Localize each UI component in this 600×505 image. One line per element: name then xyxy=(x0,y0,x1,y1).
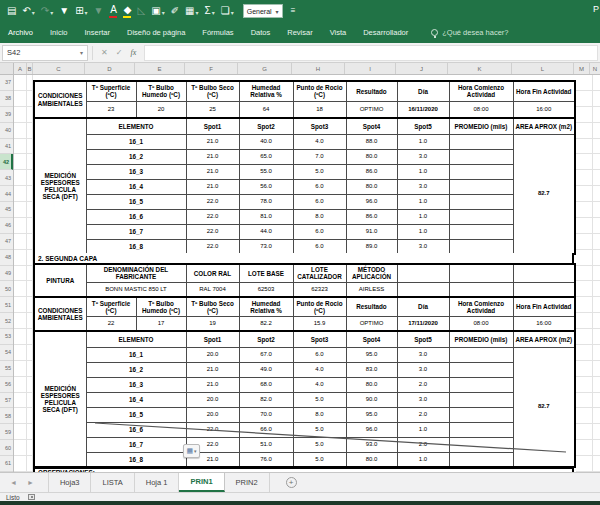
row-header[interactable]: 41 xyxy=(0,139,13,155)
column-header-l[interactable]: L xyxy=(512,63,574,74)
column-header-k[interactable]: K xyxy=(448,63,512,74)
promedio-cell[interactable] xyxy=(449,209,513,224)
spot-cell[interactable]: 21.0 xyxy=(186,164,239,179)
spot-cell[interactable]: 91.0 xyxy=(346,224,397,239)
spot-cell[interactable]: 80.0 xyxy=(346,377,397,392)
name-box-caret-icon[interactable]: ▾ xyxy=(80,49,83,56)
insert-function-icon[interactable]: fx xyxy=(130,48,136,57)
condition-value-cell[interactable]: 17 xyxy=(136,316,186,331)
row-header[interactable]: 56 xyxy=(0,377,13,393)
spot-cell[interactable]: 95.0 xyxy=(346,347,397,362)
promedio-cell[interactable] xyxy=(449,452,513,467)
header-cell[interactable]: Spot5 xyxy=(397,331,449,347)
spot-cell[interactable]: 5.0 xyxy=(293,422,346,437)
condition-value-cell[interactable]: 16:00 xyxy=(513,316,575,331)
paste-caret-icon[interactable]: ▾ xyxy=(162,10,165,16)
dft-label[interactable]: MEDICIÓN ESPESORES PELICULA SECA (DFT) xyxy=(34,331,86,467)
promedio-cell[interactable] xyxy=(449,437,513,452)
spot-cell[interactable]: 21.0 xyxy=(186,179,239,194)
promedio-cell[interactable] xyxy=(449,194,513,209)
spot-cell[interactable]: 93.0 xyxy=(346,437,397,452)
spot-cell[interactable]: 51.0 xyxy=(239,437,293,452)
element-cell[interactable]: 16_4 xyxy=(86,179,186,194)
header-cell[interactable]: Día xyxy=(397,297,449,316)
name-box[interactable]: S42▾ xyxy=(2,45,88,61)
spot-cell[interactable]: 73.0 xyxy=(239,239,293,254)
header-cell[interactable]: LOTE CATALIZADOR xyxy=(293,264,346,282)
column-header-d[interactable]: D xyxy=(85,63,135,74)
eraser-icon[interactable]: ◺ xyxy=(137,6,145,16)
condition-value-cell[interactable]: OPTIMO xyxy=(346,316,397,331)
area-aprox-cell[interactable]: 82.7 xyxy=(513,347,575,467)
spot-cell[interactable]: 80.0 xyxy=(346,452,397,467)
header-cell[interactable]: PROMEDIO (mils) xyxy=(449,118,513,134)
spot-cell[interactable]: 44.0 xyxy=(239,224,293,239)
spot-cell[interactable]: 88.0 xyxy=(346,134,397,149)
spot-cell[interactable]: 1.0 xyxy=(397,164,449,179)
element-cell[interactable]: 16_5 xyxy=(86,407,186,422)
header-cell[interactable]: Spot4 xyxy=(346,118,397,134)
undo-caret-icon[interactable]: ▾ xyxy=(32,10,35,16)
tab-desarrollador[interactable]: Desarrollador xyxy=(363,28,408,37)
column-header-g[interactable]: G xyxy=(238,63,292,74)
element-cell[interactable]: 16_2 xyxy=(86,149,186,164)
spot-cell[interactable]: 1.0 xyxy=(397,452,449,467)
promedio-cell[interactable] xyxy=(449,239,513,254)
spot-cell[interactable]: 6.0 xyxy=(293,179,346,194)
spot-cell[interactable]: 5.0 xyxy=(293,452,346,467)
spot-cell[interactable]: 1.0 xyxy=(397,224,449,239)
empty-cell[interactable] xyxy=(449,282,513,297)
macro-record-icon[interactable] xyxy=(28,494,35,500)
spot-cell[interactable]: 56.0 xyxy=(239,179,293,194)
row-header[interactable]: 38 xyxy=(0,91,13,107)
promedio-cell[interactable] xyxy=(449,134,513,149)
section2-title[interactable]: 2. SEGUNDA CAPA xyxy=(33,253,574,263)
header-cell[interactable]: Tº Superficie (ºC) xyxy=(86,81,136,101)
paint-value-cell[interactable]: BONN MASTIC 850 LT xyxy=(86,282,186,297)
header-cell[interactable]: Tº Bulbo Seco (ºC) xyxy=(186,81,239,101)
element-cell[interactable]: 16_6 xyxy=(86,209,186,224)
condition-value-cell[interactable]: 19 xyxy=(186,316,239,331)
column-header-c[interactable]: C xyxy=(33,63,85,74)
spot-cell[interactable]: 8.0 xyxy=(293,209,346,224)
spot-cell[interactable]: 89.0 xyxy=(346,239,397,254)
spot-cell[interactable]: 3.0 xyxy=(397,362,449,377)
spot-cell[interactable]: 66.0 xyxy=(239,422,293,437)
paint-value-cell[interactable]: AIRLESS xyxy=(346,282,397,297)
header-cell[interactable]: DENOMINACIÓN DEL FABRICANTE xyxy=(86,264,186,282)
spot-cell[interactable]: 6.0 xyxy=(293,239,346,254)
redo-icon[interactable]: ↷▾ xyxy=(41,6,53,16)
spot-cell[interactable]: 6.0 xyxy=(293,194,346,209)
sheet-tab-prin1[interactable]: PRIN1 xyxy=(179,473,224,492)
row-header[interactable]: 46 xyxy=(0,218,13,234)
condition-value-cell[interactable]: 25 xyxy=(186,101,239,118)
element-cell[interactable]: 16_4 xyxy=(86,392,186,407)
element-cell[interactable]: 16_7 xyxy=(86,224,186,239)
row-header[interactable]: 52 xyxy=(0,313,13,329)
formula-input[interactable] xyxy=(144,45,598,61)
select-all-corner[interactable] xyxy=(0,63,14,74)
row-header[interactable]: 61 xyxy=(0,456,13,472)
header-cell[interactable]: LOTE BASE xyxy=(239,264,293,282)
spot-cell[interactable]: 83.0 xyxy=(346,362,397,377)
header-cell[interactable]: Punto de Rocio (ºC) xyxy=(293,297,346,316)
header-cell[interactable]: Spot3 xyxy=(293,331,346,347)
spot-cell[interactable]: 80.0 xyxy=(346,179,397,194)
header-cell[interactable]: Resultado xyxy=(346,297,397,316)
row-header[interactable]: 47 xyxy=(0,234,13,250)
tab-revisar[interactable]: Revisar xyxy=(287,28,312,37)
element-cell[interactable]: 16_2 xyxy=(86,362,186,377)
column-header-i[interactable]: I xyxy=(345,63,396,74)
row-header[interactable]: 37 xyxy=(0,75,13,91)
spot-cell[interactable]: 1.0 xyxy=(397,194,449,209)
spot-cell[interactable]: 86.0 xyxy=(346,209,397,224)
spot-cell[interactable]: 86.0 xyxy=(346,164,397,179)
spot-cell[interactable]: 3.0 xyxy=(397,392,449,407)
spot-cell[interactable]: 4.0 xyxy=(293,134,346,149)
spot-cell[interactable]: 5.0 xyxy=(293,392,346,407)
spot-cell[interactable]: 2.0 xyxy=(397,377,449,392)
header-cell[interactable]: Spot3 xyxy=(293,118,346,134)
switch-windows-icon[interactable]: ❏▾ xyxy=(221,6,234,16)
condition-value-cell[interactable]: 16/11/2020 xyxy=(397,101,449,118)
spot-cell[interactable]: 90.0 xyxy=(346,392,397,407)
